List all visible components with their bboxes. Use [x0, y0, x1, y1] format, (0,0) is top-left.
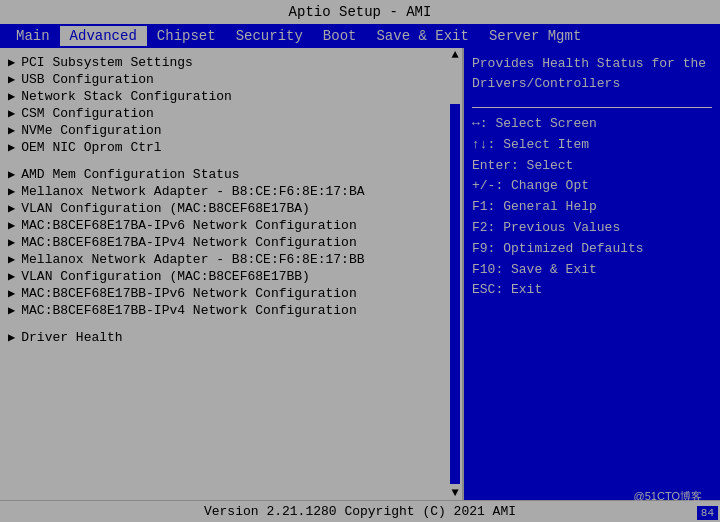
menu-arrow-icon: ▶ — [8, 269, 15, 284]
menu-item[interactable]: ▶MAC:B8CEF68E17BA-IPv6 Network Configura… — [0, 217, 462, 234]
menu-arrow-icon: ▶ — [8, 55, 15, 70]
menu-spacer — [0, 156, 462, 166]
help-text: Provides Health Status for the Drivers/C… — [472, 54, 712, 93]
scrollbar[interactable]: ▲ ▼ — [448, 48, 462, 500]
menu-arrow-icon: ▶ — [8, 235, 15, 250]
footer: Version 2.21.1280 Copyright (C) 2021 AMI… — [0, 500, 720, 522]
nav-item-boot[interactable]: Boot — [313, 26, 367, 46]
scroll-down-arrow[interactable]: ▼ — [451, 486, 458, 500]
menu-item-label: CSM Configuration — [21, 106, 154, 121]
menu-item[interactable]: ▶USB Configuration — [0, 71, 462, 88]
scroll-up-arrow[interactable]: ▲ — [451, 48, 458, 62]
corner-badge: 84 — [697, 506, 718, 520]
menu-list: ▶PCI Subsystem Settings▶USB Configuratio… — [0, 54, 462, 346]
scroll-thumb — [450, 64, 460, 104]
menu-item-label: Network Stack Configuration — [21, 89, 232, 104]
menu-item-label: MAC:B8CEF68E17BA-IPv6 Network Configurat… — [21, 218, 356, 233]
menu-item[interactable]: ▶CSM Configuration — [0, 105, 462, 122]
menu-item[interactable]: ▶VLAN Configuration (MAC:B8CEF68E17BB) — [0, 268, 462, 285]
menu-item[interactable]: ▶Driver Health — [0, 329, 462, 346]
menu-item[interactable]: ▶Mellanox Network Adapter - B8:CE:F6:8E:… — [0, 183, 462, 200]
menu-arrow-icon: ▶ — [8, 167, 15, 182]
menu-item-label: Mellanox Network Adapter - B8:CE:F6:8E:1… — [21, 184, 364, 199]
menu-item[interactable]: ▶Network Stack Configuration — [0, 88, 462, 105]
right-panel: Provides Health Status for the Drivers/C… — [464, 48, 720, 500]
menu-item[interactable]: ▶MAC:B8CEF68E17BB-IPv4 Network Configura… — [0, 302, 462, 319]
footer-text: Version 2.21.1280 Copyright (C) 2021 AMI — [204, 504, 516, 519]
nav-item-advanced[interactable]: Advanced — [60, 26, 147, 46]
nav-bar: MainAdvancedChipsetSecurityBootSave & Ex… — [0, 24, 720, 48]
menu-item-label: USB Configuration — [21, 72, 154, 87]
menu-item-label: PCI Subsystem Settings — [21, 55, 193, 70]
menu-item-label: VLAN Configuration (MAC:B8CEF68E17BB) — [21, 269, 310, 284]
menu-arrow-icon: ▶ — [8, 106, 15, 121]
key-help: ↔: Select Screen↑↓: Select ItemEnter: Se… — [472, 114, 712, 301]
nav-item-main[interactable]: Main — [6, 26, 60, 46]
menu-arrow-icon: ▶ — [8, 218, 15, 233]
app-title: Aptio Setup - AMI — [289, 4, 432, 20]
nav-item-save-and-exit[interactable]: Save & Exit — [366, 26, 478, 46]
menu-item-label: Driver Health — [21, 330, 122, 345]
keybinding-item: +/-: Change Opt — [472, 176, 712, 197]
menu-arrow-icon: ▶ — [8, 123, 15, 138]
keybinding-item: F1: General Help — [472, 197, 712, 218]
menu-item-label: MAC:B8CEF68E17BB-IPv4 Network Configurat… — [21, 303, 356, 318]
menu-item[interactable]: ▶MAC:B8CEF68E17BA-IPv4 Network Configura… — [0, 234, 462, 251]
keybinding-item: ↑↓: Select Item — [472, 135, 712, 156]
watermark: @51CTO博客 — [634, 489, 702, 504]
nav-item-chipset[interactable]: Chipset — [147, 26, 226, 46]
keybinding-item: ESC: Exit — [472, 280, 712, 301]
menu-item[interactable]: ▶NVMe Configuration — [0, 122, 462, 139]
menu-spacer — [0, 319, 462, 329]
nav-item-security[interactable]: Security — [226, 26, 313, 46]
menu-item-label: AMD Mem Configuration Status — [21, 167, 239, 182]
menu-item[interactable]: ▶PCI Subsystem Settings — [0, 54, 462, 71]
menu-item-label: NVMe Configuration — [21, 123, 161, 138]
menu-arrow-icon: ▶ — [8, 303, 15, 318]
menu-arrow-icon: ▶ — [8, 201, 15, 216]
menu-arrow-icon: ▶ — [8, 252, 15, 267]
menu-item[interactable]: ▶OEM NIC Oprom Ctrl — [0, 139, 462, 156]
menu-item-label: Mellanox Network Adapter - B8:CE:F6:8E:1… — [21, 252, 364, 267]
menu-item[interactable]: ▶VLAN Configuration (MAC:B8CEF68E17BA) — [0, 200, 462, 217]
menu-item-label: VLAN Configuration (MAC:B8CEF68E17BA) — [21, 201, 310, 216]
menu-item[interactable]: ▶MAC:B8CEF68E17BB-IPv6 Network Configura… — [0, 285, 462, 302]
menu-item-label: OEM NIC Oprom Ctrl — [21, 140, 161, 155]
divider — [472, 107, 712, 108]
menu-item[interactable]: ▶Mellanox Network Adapter - B8:CE:F6:8E:… — [0, 251, 462, 268]
menu-arrow-icon: ▶ — [8, 89, 15, 104]
menu-arrow-icon: ▶ — [8, 330, 15, 345]
scroll-track — [450, 64, 460, 484]
menu-arrow-icon: ▶ — [8, 184, 15, 199]
title-bar: Aptio Setup - AMI — [0, 0, 720, 24]
menu-item-label: MAC:B8CEF68E17BB-IPv6 Network Configurat… — [21, 286, 356, 301]
menu-item-label: MAC:B8CEF68E17BA-IPv4 Network Configurat… — [21, 235, 356, 250]
left-panel: ▶PCI Subsystem Settings▶USB Configuratio… — [0, 48, 464, 500]
menu-arrow-icon: ▶ — [8, 140, 15, 155]
menu-arrow-icon: ▶ — [8, 286, 15, 301]
keybinding-item: ↔: Select Screen — [472, 114, 712, 135]
menu-arrow-icon: ▶ — [8, 72, 15, 87]
keybinding-item: Enter: Select — [472, 156, 712, 177]
keybinding-item: F9: Optimized Defaults — [472, 239, 712, 260]
keybinding-item: F10: Save & Exit — [472, 260, 712, 281]
nav-item-server-mgmt[interactable]: Server Mgmt — [479, 26, 591, 46]
keybinding-item: F2: Previous Values — [472, 218, 712, 239]
menu-item[interactable]: ▶AMD Mem Configuration Status — [0, 166, 462, 183]
